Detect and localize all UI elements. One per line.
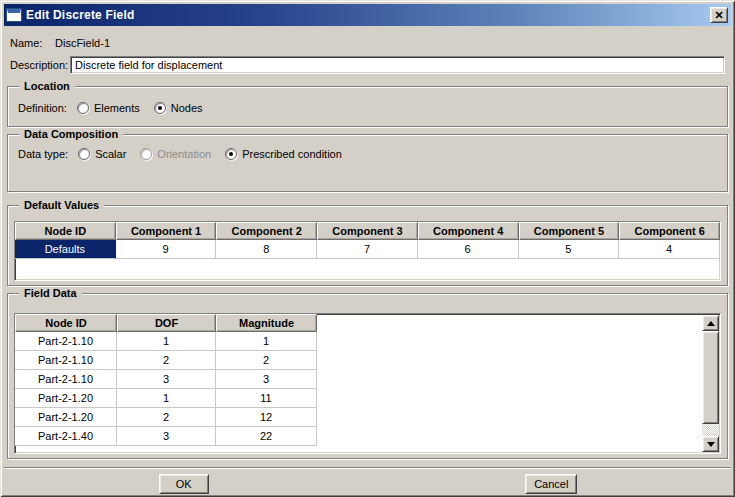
column-header[interactable]: DOF bbox=[117, 314, 216, 332]
ok-button[interactable]: OK bbox=[159, 474, 209, 494]
edit-discrete-field-dialog: Edit Discrete Field ✕ Name: DiscField-1 … bbox=[0, 0, 735, 497]
defaults-row: Defaults 9 8 7 6 5 4 bbox=[15, 240, 720, 259]
radio-scalar-label: Scalar bbox=[95, 148, 126, 160]
default-value-cell[interactable]: 5 bbox=[519, 240, 620, 259]
magnitude-cell[interactable]: 12 bbox=[216, 408, 317, 427]
scroll-down-button[interactable] bbox=[702, 436, 719, 452]
dof-cell[interactable]: 2 bbox=[117, 408, 216, 427]
table-row[interactable]: Part-2-1.10 3 3 bbox=[15, 370, 317, 389]
description-row: Description: bbox=[10, 56, 725, 74]
radio-elements-label: Elements bbox=[94, 102, 140, 114]
radio-nodes-label: Nodes bbox=[171, 102, 203, 114]
title-bar[interactable]: Edit Discrete Field ✕ bbox=[4, 4, 731, 26]
radio-orientation-label: Orientation bbox=[157, 148, 211, 160]
description-input[interactable] bbox=[70, 56, 725, 74]
radio-orientation-icon bbox=[140, 148, 152, 160]
node-id-cell[interactable]: Part-2-1.10 bbox=[15, 332, 117, 351]
window-title: Edit Discrete Field bbox=[26, 8, 710, 22]
close-icon: ✕ bbox=[714, 9, 723, 22]
column-header[interactable]: Component 6 bbox=[619, 222, 720, 240]
column-header[interactable]: Node ID bbox=[15, 222, 116, 240]
radio-nodes-icon bbox=[154, 102, 166, 114]
magnitude-cell[interactable]: 1 bbox=[216, 332, 317, 351]
location-group: Location Definition: Elements Nodes bbox=[7, 86, 728, 127]
radio-elements[interactable]: Elements bbox=[77, 102, 140, 114]
column-header[interactable]: Component 4 bbox=[418, 222, 519, 240]
radio-elements-icon bbox=[77, 102, 89, 114]
location-group-title: Location bbox=[19, 80, 75, 92]
default-value-cell[interactable]: 9 bbox=[116, 240, 217, 259]
dof-cell[interactable]: 1 bbox=[117, 332, 216, 351]
default-values-group: Default Values Node ID Component 1 Compo… bbox=[7, 205, 728, 286]
default-values-table: Node ID Component 1 Component 2 Componen… bbox=[15, 222, 720, 259]
close-button[interactable]: ✕ bbox=[710, 7, 728, 23]
field-data-table-box: Node ID DOF Magnitude Part-2-1.10 1 1 Pa… bbox=[14, 313, 721, 454]
dof-cell[interactable]: 2 bbox=[117, 351, 216, 370]
scroll-up-button[interactable] bbox=[702, 315, 719, 331]
column-header[interactable]: Node ID bbox=[15, 314, 117, 332]
window-icon bbox=[7, 9, 21, 21]
node-id-cell[interactable]: Part-2-1.20 bbox=[15, 389, 117, 408]
definition-label: Definition: bbox=[18, 102, 67, 114]
radio-orientation: Orientation bbox=[140, 148, 211, 160]
arrow-up-icon bbox=[707, 321, 715, 326]
data-composition-group: Data Composition Data type: Scalar Orien… bbox=[7, 134, 728, 192]
table-row[interactable]: Part-2-1.20 1 11 bbox=[15, 389, 317, 408]
field-data-group: Field Data Node ID DOF Magnitude Part-2-… bbox=[7, 293, 728, 459]
column-header[interactable]: Component 3 bbox=[317, 222, 418, 240]
field-data-table: Node ID DOF Magnitude Part-2-1.10 1 1 Pa… bbox=[15, 314, 317, 446]
footer-separator bbox=[4, 467, 731, 469]
table-row[interactable]: Part-2-1.10 1 1 bbox=[15, 332, 317, 351]
name-label: Name: bbox=[10, 37, 55, 49]
scrollbar-thumb[interactable] bbox=[702, 331, 719, 424]
dof-cell[interactable]: 3 bbox=[117, 370, 216, 389]
default-value-cell[interactable]: 6 bbox=[418, 240, 519, 259]
scrollbar-track[interactable] bbox=[702, 331, 719, 436]
table-row[interactable]: Part-2-1.20 2 12 bbox=[15, 408, 317, 427]
radio-prescribed-condition[interactable]: Prescribed condition bbox=[225, 148, 342, 160]
radio-scalar-icon bbox=[78, 148, 90, 160]
magnitude-cell[interactable]: 11 bbox=[216, 389, 317, 408]
data-composition-group-title: Data Composition bbox=[19, 128, 123, 140]
column-header[interactable]: Component 1 bbox=[116, 222, 217, 240]
radio-prescribed-condition-label: Prescribed condition bbox=[242, 148, 342, 160]
button-row: OK Cancel bbox=[0, 474, 735, 494]
default-values-header-row: Node ID Component 1 Component 2 Componen… bbox=[15, 222, 720, 240]
node-id-cell[interactable]: Part-2-1.10 bbox=[15, 370, 117, 389]
radio-scalar[interactable]: Scalar bbox=[78, 148, 126, 160]
defaults-row-header-cell[interactable]: Defaults bbox=[15, 240, 116, 259]
arrow-down-icon bbox=[707, 442, 715, 447]
default-value-cell[interactable]: 4 bbox=[619, 240, 720, 259]
column-header[interactable]: Component 2 bbox=[216, 222, 317, 240]
node-id-cell[interactable]: Part-2-1.20 bbox=[15, 408, 117, 427]
description-label: Description: bbox=[10, 59, 70, 71]
magnitude-cell[interactable]: 22 bbox=[216, 427, 317, 446]
magnitude-cell[interactable]: 2 bbox=[216, 351, 317, 370]
default-values-table-box: Node ID Component 1 Component 2 Componen… bbox=[14, 221, 721, 281]
magnitude-cell[interactable]: 3 bbox=[216, 370, 317, 389]
node-id-cell[interactable]: Part-2-1.40 bbox=[15, 427, 117, 446]
field-data-header-row: Node ID DOF Magnitude bbox=[15, 314, 317, 332]
data-type-label: Data type: bbox=[18, 148, 68, 160]
dof-cell[interactable]: 3 bbox=[117, 427, 216, 446]
column-header[interactable]: Component 5 bbox=[519, 222, 620, 240]
name-row: Name: DiscField-1 bbox=[10, 35, 725, 50]
default-value-cell[interactable]: 7 bbox=[317, 240, 418, 259]
node-id-cell[interactable]: Part-2-1.10 bbox=[15, 351, 117, 370]
dof-cell[interactable]: 1 bbox=[117, 389, 216, 408]
default-value-cell[interactable]: 8 bbox=[216, 240, 317, 259]
vertical-scrollbar[interactable] bbox=[702, 315, 719, 452]
field-data-group-title: Field Data bbox=[19, 287, 82, 299]
cancel-button[interactable]: Cancel bbox=[525, 474, 577, 494]
default-values-group-title: Default Values bbox=[19, 199, 104, 211]
column-header[interactable]: Magnitude bbox=[216, 314, 317, 332]
radio-prescribed-condition-icon bbox=[225, 148, 237, 160]
table-row[interactable]: Part-2-1.10 2 2 bbox=[15, 351, 317, 370]
radio-nodes[interactable]: Nodes bbox=[154, 102, 203, 114]
name-value: DiscField-1 bbox=[55, 37, 110, 49]
table-row[interactable]: Part-2-1.40 3 22 bbox=[15, 427, 317, 446]
